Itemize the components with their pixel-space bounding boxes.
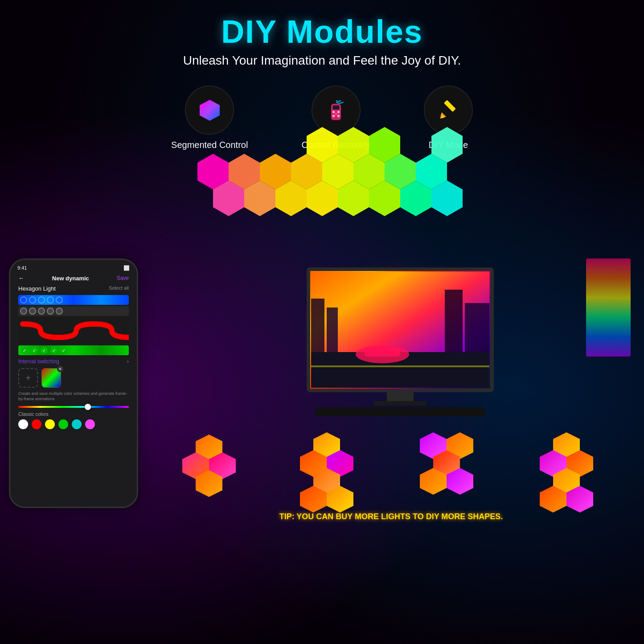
remove-animation-button[interactable]: ✕ — [57, 366, 63, 372]
dark-dot-4 — [47, 308, 54, 315]
hex-panel-display — [144, 127, 500, 256]
svg-marker-0 — [200, 100, 220, 121]
svg-point-5 — [332, 115, 335, 117]
header: DIY Modules Unleash Your Imagination and… — [0, 0, 644, 68]
color-red[interactable] — [32, 419, 41, 429]
hex-group-4 — [524, 432, 609, 517]
tip-text: TIP: YOU CAN BUY MORE LIGHTS TO DIY MORE… — [279, 512, 503, 521]
check-2: ✓ — [31, 347, 38, 354]
strip-dot-4 — [47, 296, 54, 304]
hex-group-2 — [284, 432, 369, 517]
hex-group-1 — [173, 432, 249, 508]
phone-status-bar: 9:41 ⬜ — [14, 263, 133, 273]
tv-container — [307, 267, 494, 416]
soundbar — [316, 407, 485, 416]
svg-rect-40 — [465, 303, 489, 352]
subtitle: Unleash Your Imagination and Feel the Jo… — [0, 53, 644, 68]
strip-dot-1 — [20, 296, 27, 304]
room-section: TIP: YOU CAN BUY MORE LIGHTS TO DIY MORE… — [156, 258, 644, 508]
color-yellow[interactable] — [45, 419, 55, 429]
color-cyan[interactable] — [72, 419, 82, 429]
interval-label: Interval switching — [18, 358, 59, 365]
color-slider[interactable] — [18, 406, 129, 408]
remote-icon — [326, 98, 346, 123]
phone-description: Create and save multiple color schemes a… — [14, 390, 133, 403]
bottom-hex-groups — [156, 432, 626, 517]
phone-time: 9:41 — [17, 265, 27, 271]
main-title: DIY Modules — [0, 13, 644, 50]
svg-rect-36 — [365, 348, 400, 357]
phone-back-icon[interactable]: ← — [18, 275, 25, 282]
color-white[interactable] — [18, 419, 28, 429]
tv-base — [373, 401, 427, 406]
tv-frame — [307, 267, 494, 392]
strip-dot-3 — [38, 296, 45, 304]
phone-section-title-row: Hexagon Light Select all — [14, 283, 133, 294]
green-checks-strip: ✓ ✓ ✓ ✓ ✓ — [18, 345, 129, 355]
phone-nav-title: New dynamic — [52, 275, 89, 282]
svg-point-3 — [332, 111, 335, 113]
tv-screen — [310, 271, 490, 389]
pencil-icon — [437, 99, 459, 121]
svg-point-6 — [337, 115, 340, 117]
hex-group-3 — [404, 432, 489, 517]
animation-box-row: + ✕ — [14, 366, 133, 390]
interval-switching-row[interactable]: Interval switching › — [14, 357, 133, 366]
check-4: ✓ — [50, 347, 57, 354]
hex-wall-svg — [144, 127, 500, 256]
red-snake-strip — [18, 317, 129, 344]
animation-preview[interactable]: ✕ — [41, 368, 61, 388]
check-1: ✓ — [21, 347, 28, 354]
dark-dot-1 — [20, 308, 27, 315]
dark-dot-2 — [29, 308, 36, 315]
svg-rect-38 — [327, 308, 338, 352]
svg-point-4 — [337, 111, 340, 113]
wall-art-decoration — [586, 258, 631, 357]
tv-content — [311, 272, 489, 388]
dark-dot-5 — [56, 308, 63, 315]
svg-rect-34 — [311, 365, 489, 367]
classic-colors-label: Classic colors — [14, 410, 133, 418]
slider-thumb[interactable] — [85, 404, 91, 410]
svg-point-7 — [335, 113, 337, 115]
svg-rect-2 — [332, 105, 339, 109]
phone-save-button[interactable]: Save — [117, 275, 129, 281]
phone-nav: ← New dynamic Save — [14, 273, 133, 283]
hexagon-icon — [197, 98, 222, 123]
classic-colors-row — [14, 418, 133, 431]
color-green[interactable] — [58, 419, 68, 429]
blue-color-strip — [18, 295, 129, 305]
check-3: ✓ — [41, 347, 48, 354]
phone-screen: 9:41 ⬜ ← New dynamic Save Hexagon Light … — [10, 260, 137, 507]
phone-battery: ⬜ — [123, 265, 130, 271]
phone-slider-row — [14, 403, 133, 410]
color-magenta[interactable] — [85, 419, 95, 429]
phone-mockup: 9:41 ⬜ ← New dynamic Save Hexagon Light … — [9, 258, 147, 508]
dark-dot-3 — [38, 308, 45, 315]
svg-rect-8 — [444, 100, 456, 112]
phone-section-title-text: Hexagon Light — [18, 285, 56, 292]
strip-dot-5 — [56, 296, 63, 304]
snake-svg — [18, 317, 129, 344]
tv-stand — [387, 392, 414, 401]
page-content: DIY Modules Unleash Your Imagination and… — [0, 0, 644, 644]
svg-rect-39 — [445, 290, 463, 352]
bottom-section: 9:41 ⬜ ← New dynamic Save Hexagon Light … — [0, 258, 644, 508]
dark-color-strip — [18, 306, 129, 316]
phone-outer: 9:41 ⬜ ← New dynamic Save Hexagon Light … — [9, 258, 138, 508]
add-animation-button[interactable]: + — [18, 368, 38, 388]
strip-dot-2 — [29, 296, 36, 304]
interval-arrow: › — [127, 358, 129, 365]
phone-select-all[interactable]: Select all — [109, 285, 129, 292]
svg-rect-37 — [311, 299, 324, 352]
add-icon: + — [25, 373, 31, 383]
check-5: ✓ — [60, 347, 67, 354]
